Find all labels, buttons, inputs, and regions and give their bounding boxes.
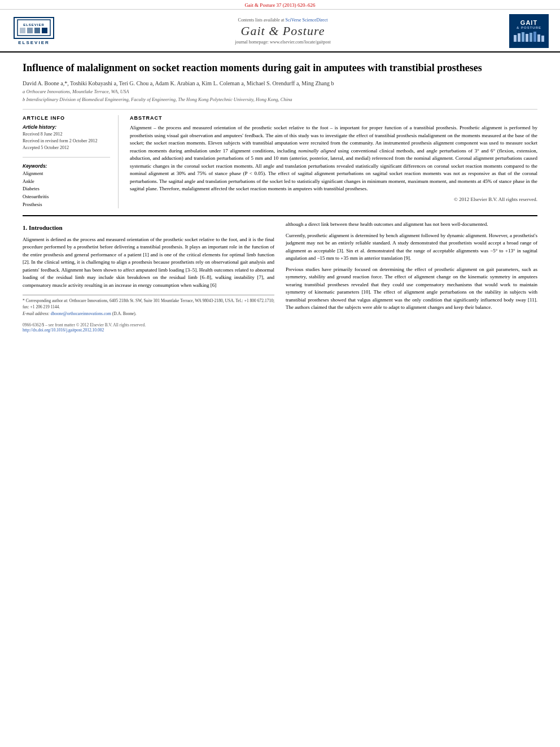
article-info-col: ARTICLE INFO Article history: Received 8… xyxy=(23,115,119,208)
main-divider xyxy=(23,215,537,216)
gait-posture-logo: GAIT & POSTURE xyxy=(509,14,549,48)
history-label: Article history: xyxy=(23,124,110,130)
elsevier-box: ELSEVIER xyxy=(14,17,54,39)
journal-title: Gait & Posture xyxy=(56,24,509,38)
keyword-alignment: Alignment xyxy=(23,170,110,178)
journal-citation: Gait & Posture 37 (2013) 620–626 xyxy=(244,2,315,8)
paper-title: Influence of malalignment on socket reac… xyxy=(23,62,537,75)
affiliation-a: a Orthocare Innovations, Mountlake Terra… xyxy=(23,89,537,95)
keyword-ankle: Ankle xyxy=(23,178,110,186)
svg-text:ELSEVIER: ELSEVIER xyxy=(23,23,45,27)
body-col-left: 1. Introduction Alignment is defined as … xyxy=(23,221,274,317)
body-section: 1. Introduction Alignment is defined as … xyxy=(23,221,537,317)
journal-header: ELSEVIER ELSEVIER Contents lists availab… xyxy=(0,10,560,53)
intro-para4: Previous studies have primarily focused … xyxy=(286,266,537,312)
intro-para2: although a direct link between these hea… xyxy=(286,221,537,229)
svg-rect-13 xyxy=(541,36,544,42)
dates-block: Received 8 June 2012 Received in revised… xyxy=(23,131,110,151)
svg-rect-11 xyxy=(533,32,536,42)
journal-homepage: journal homepage: www.elsevier.com/locat… xyxy=(56,40,509,45)
sciverse-line: Contents lists available at SciVerse Sci… xyxy=(56,18,509,23)
top-bar: Gait & Posture 37 (2013) 620–626 xyxy=(0,0,560,10)
svg-rect-2 xyxy=(20,28,25,33)
doi-link[interactable]: http://dx.doi.org/10.1016/j.gaitpost.201… xyxy=(23,327,104,333)
divider-1 xyxy=(23,109,537,110)
accepted-date: Accepted 5 October 2012 xyxy=(23,145,110,151)
received-date: Received 8 June 2012 xyxy=(23,131,110,138)
logo-subtitle: & POSTURE xyxy=(517,26,541,29)
intro-para3: Currently, prosthetic alignment is deter… xyxy=(286,232,537,263)
email-link[interactable]: dboone@orthocareinnovations.com xyxy=(51,311,111,316)
abstract-col: ABSTRACT Alignment – the process and mea… xyxy=(130,115,537,208)
svg-rect-7 xyxy=(518,33,520,42)
abstract-heading: ABSTRACT xyxy=(130,115,537,121)
divider-keywords xyxy=(23,157,110,158)
keyword-diabetes: Diabetes xyxy=(23,185,110,193)
affiliation-b: b Interdisciplinary Division of Biomedic… xyxy=(23,97,537,103)
contents-text: Contents lists available at xyxy=(238,18,285,23)
svg-rect-4 xyxy=(34,28,40,33)
authors: David A. Boone a,*, Toshiki Kobayashi a,… xyxy=(23,80,537,86)
revised-date: Received in revised form 2 October 2012 xyxy=(23,138,110,145)
svg-rect-10 xyxy=(530,33,532,42)
bottom-bar: 0966-6362/$ – see front matter © 2012 El… xyxy=(0,322,560,338)
svg-rect-6 xyxy=(514,35,517,42)
intro-heading: 1. Introduction xyxy=(23,223,274,233)
svg-rect-3 xyxy=(27,28,33,33)
logo-title: GAIT xyxy=(520,19,537,26)
keywords-list: Alignment Ankle Diabetes Osteoarthritis … xyxy=(23,170,110,208)
footnote-area: * Corresponding author at: Orthocare Inn… xyxy=(23,295,274,317)
svg-rect-9 xyxy=(526,34,528,42)
info-abstract-section: ARTICLE INFO Article history: Received 8… xyxy=(23,115,537,208)
elsevier-label: ELSEVIER xyxy=(18,40,50,45)
abstract-text: Alignment – the process and measured ori… xyxy=(130,124,537,193)
sciverse-link[interactable]: SciVerse ScienceDirect xyxy=(286,18,328,23)
keyword-prosthesis: Prosthesis xyxy=(23,201,110,209)
paper-content: Influence of malalignment on socket reac… xyxy=(0,53,560,317)
body-col-right: although a direct link between these hea… xyxy=(286,221,537,317)
copyright: © 2012 Elsevier B.V. All rights reserved… xyxy=(130,196,537,202)
svg-rect-5 xyxy=(42,28,47,33)
issn-line: 0966-6362/$ – see front matter © 2012 El… xyxy=(23,322,537,327)
journal-center-header: Contents lists available at SciVerse Sci… xyxy=(56,18,509,45)
elsevier-logo: ELSEVIER ELSEVIER xyxy=(11,17,56,45)
svg-rect-12 xyxy=(537,34,540,42)
svg-rect-8 xyxy=(522,32,524,42)
keywords-label: Keywords: xyxy=(23,163,110,169)
footnote-email: E-mail address: dboone@orthocareinnovati… xyxy=(23,311,274,317)
intro-para1: Alignment is defined as the process and … xyxy=(23,236,274,290)
article-info-heading: ARTICLE INFO xyxy=(23,115,110,121)
footnote-star: * Corresponding author at: Orthocare Inn… xyxy=(23,298,274,311)
keyword-osteoarthritis: Osteoarthritis xyxy=(23,193,110,201)
doi-line: http://dx.doi.org/10.1016/j.gaitpost.201… xyxy=(23,327,537,333)
